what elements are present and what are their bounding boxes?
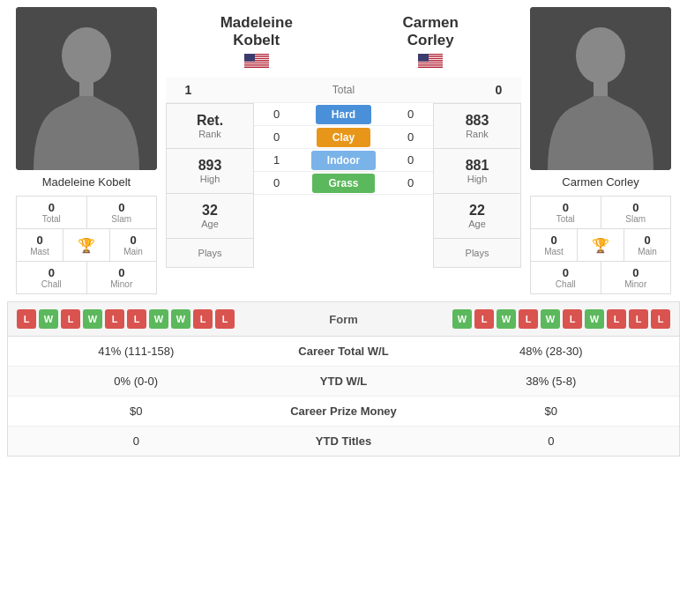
right-side-panel: 883 Rank 881 High 22 Age Plays: [433, 103, 521, 268]
right-age-row: 22 Age: [434, 194, 520, 239]
bottom-section: LWLWLLWWLL Form WLWLWLWLLL 41% (111-158)…: [7, 301, 680, 456]
svg-rect-24: [418, 61, 443, 62]
center-header: Madeleine Kobelt: [166, 7, 521, 78]
left-player-avatar: [16, 7, 157, 170]
form-badge-l: L: [629, 309, 648, 329]
stat-row-3: 0 YTD Titles 0: [8, 427, 679, 456]
svg-rect-11: [244, 63, 269, 63]
left-trophy-icon: 🏆: [78, 237, 95, 254]
left-high-row: 893 High: [167, 149, 253, 194]
form-badge-l: L: [17, 309, 36, 329]
right-player-name: Carmen Corley: [562, 175, 638, 189]
left-name-flag-block: Madeleine Kobelt: [169, 14, 344, 71]
clay-row: 0 Clay 0: [254, 126, 433, 149]
grass-row: 0 Grass 0: [254, 172, 433, 195]
indoor-row: 1 Indoor 0: [254, 149, 433, 172]
clay-badge-label: Clay: [317, 128, 370, 147]
left-chall-stat: 0 Chall: [17, 262, 87, 293]
stat-right-val-2: $0: [432, 404, 671, 418]
right-age-label: Age: [468, 219, 486, 229]
stats-rows: 41% (111-158) Career Total W/L 48% (28-3…: [8, 337, 679, 456]
svg-point-1: [62, 27, 111, 84]
left-high-label: High: [200, 174, 220, 184]
top-section: Madeleine Kobelt 0 Total 0 Slam 0: [7, 7, 680, 294]
svg-rect-10: [244, 61, 269, 62]
left-player-mini-stats: 0 Total 0 Slam 0 Mast 🏆: [16, 196, 157, 294]
svg-rect-16: [244, 54, 255, 62]
stat-label-2: Career Prize Money: [256, 404, 432, 418]
right-rank-value: 883: [466, 113, 489, 129]
left-player-column: Madeleine Kobelt 0 Total 0 Slam 0: [7, 7, 166, 294]
hard-badge: Hard: [292, 108, 395, 121]
right-name-flag-block: Carmen Corley: [344, 14, 519, 71]
form-badge-w: W: [541, 309, 560, 329]
form-badge-l: L: [193, 309, 213, 329]
form-badge-w: W: [497, 309, 516, 329]
total-row: 1 Total 0: [166, 78, 521, 103]
form-badge-l: L: [607, 309, 626, 329]
page-wrapper: Madeleine Kobelt 0 Total 0 Slam 0: [0, 0, 687, 464]
left-side-panel: Ret. Rank 893 High 32 Age Plays: [166, 103, 254, 268]
stat-left-val-3: 0: [17, 434, 256, 448]
left-mast-stat: 0 Mast: [17, 229, 63, 261]
stat-row-0: 41% (111-158) Career Total W/L 48% (28-3…: [8, 337, 679, 367]
right-player-name-big: Carmen Corley: [344, 14, 519, 50]
right-slam-stat: 0 Slam: [601, 197, 671, 228]
form-badge-w: W: [149, 309, 168, 329]
left-flag: [169, 54, 344, 71]
stat-row-2: $0 Career Prize Money $0: [8, 397, 679, 427]
right-high-value: 881: [466, 158, 489, 174]
total-right-score: 0: [483, 83, 514, 97]
hard-badge-label: Hard: [316, 105, 371, 124]
form-row: LWLWLLWWLL Form WLWLWLWLLL: [8, 302, 679, 337]
grass-right: 0: [395, 176, 426, 189]
svg-rect-15: [244, 67, 269, 68]
left-age-label: Age: [201, 219, 219, 229]
left-rank-value: Ret.: [197, 113, 223, 129]
right-high-label: High: [467, 174, 488, 184]
form-badge-l: L: [474, 309, 494, 329]
indoor-badge: Indoor: [292, 153, 395, 167]
clay-right: 0: [395, 130, 426, 144]
left-player-name: Madeleine Kobelt: [42, 175, 131, 189]
clay-left: 0: [261, 130, 292, 144]
form-badge-l: L: [105, 309, 124, 329]
clay-badge: Clay: [292, 130, 395, 144]
hard-right: 0: [395, 108, 426, 121]
form-badge-w: W: [452, 309, 472, 329]
right-rank-label: Rank: [466, 129, 489, 139]
stat-left-val-0: 41% (111-158): [17, 345, 256, 358]
right-mast-stat: 0 Mast: [531, 229, 578, 261]
stat-left-val-2: $0: [17, 404, 256, 418]
left-rank-row: Ret. Rank: [167, 104, 253, 149]
stat-label-3: YTD Titles: [256, 434, 432, 448]
svg-point-32: [576, 27, 625, 84]
form-badge-l: L: [651, 309, 670, 329]
form-badge-l: L: [127, 309, 146, 329]
stat-left-val-1: 0% (0-0): [17, 375, 256, 388]
left-us-flag-icon: [244, 54, 269, 68]
indoor-left: 1: [261, 153, 292, 167]
right-us-flag-icon: [418, 54, 443, 68]
stat-label-0: Career Total W/L: [256, 345, 432, 358]
right-minor-stat: 0 Minor: [601, 262, 671, 293]
stat-right-val-1: 38% (5-8): [432, 375, 671, 388]
right-chall-stat: 0 Chall: [531, 262, 601, 293]
right-form-badges: WLWLWLWLLL: [401, 309, 671, 329]
left-age-value: 32: [202, 203, 218, 219]
stat-right-val-0: 48% (28-30): [432, 345, 671, 358]
form-badge-l: L: [61, 309, 80, 329]
left-minor-stat: 0 Minor: [87, 262, 157, 293]
surface-rows: 0 Hard 0 0 Clay 0: [254, 103, 433, 268]
total-label: Total: [204, 84, 483, 96]
right-total-stat: 0 Total: [531, 197, 601, 228]
svg-rect-14: [244, 65, 269, 66]
indoor-right: 0: [395, 153, 426, 167]
grass-left: 0: [261, 176, 292, 189]
center-column: Madeleine Kobelt: [166, 7, 521, 294]
svg-rect-29: [418, 67, 443, 68]
right-age-value: 22: [469, 203, 485, 219]
hard-left: 0: [261, 108, 292, 121]
svg-rect-25: [418, 63, 443, 63]
left-slam-stat: 0 Slam: [87, 197, 157, 228]
